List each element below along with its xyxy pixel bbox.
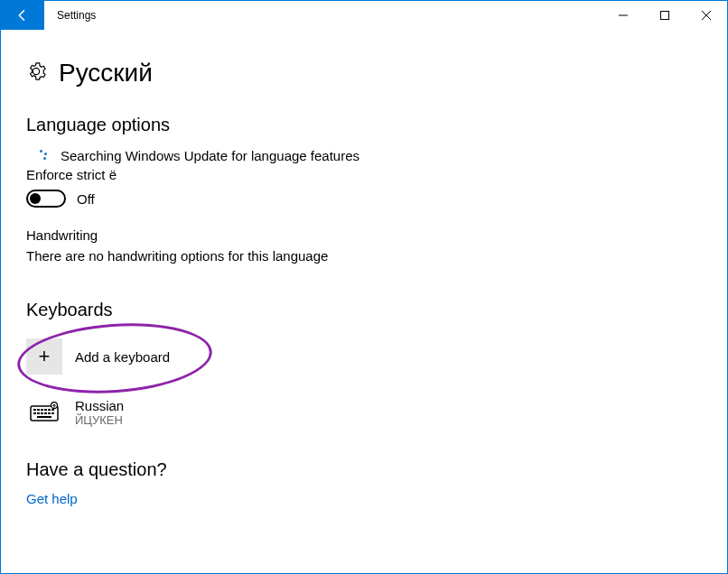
maximize-icon bbox=[660, 11, 669, 20]
titlebar: Settings bbox=[1, 1, 727, 30]
arrow-left-icon bbox=[14, 7, 31, 23]
enforce-strict-label: Enforce strict ё bbox=[26, 167, 702, 182]
keyboard-item[interactable]: Russian ЙЦУКЕН bbox=[26, 398, 702, 427]
app-title: Settings bbox=[44, 1, 108, 30]
add-keyboard-button[interactable]: + Add a keyboard bbox=[26, 338, 702, 375]
svg-rect-13 bbox=[41, 412, 43, 414]
language-options-heading: Language options bbox=[26, 115, 702, 135]
enforce-strict-toggle[interactable] bbox=[26, 190, 66, 208]
close-button[interactable] bbox=[686, 1, 727, 30]
svg-rect-17 bbox=[37, 416, 51, 418]
update-status-text: Searching Windows Update for language fe… bbox=[61, 148, 359, 163]
svg-rect-16 bbox=[51, 412, 54, 414]
gear-icon bbox=[26, 61, 46, 85]
toggle-state-label: Off bbox=[77, 191, 95, 207]
get-help-link[interactable]: Get help bbox=[26, 491, 702, 506]
svg-rect-1 bbox=[661, 12, 669, 20]
keyboard-item-text: Russian ЙЦУКЕН bbox=[75, 398, 124, 427]
handwriting-description: There are no handwriting options for thi… bbox=[26, 248, 702, 264]
maximize-button[interactable] bbox=[644, 1, 686, 30]
add-keyboard-label: Add a keyboard bbox=[75, 349, 170, 365]
svg-rect-11 bbox=[33, 412, 36, 414]
keyboard-layout: ЙЦУКЕН bbox=[75, 413, 124, 427]
help-heading: Have a question? bbox=[26, 459, 702, 480]
help-section: Have a question? Get help bbox=[26, 459, 702, 506]
keyboard-icon bbox=[26, 398, 62, 427]
minimize-button[interactable] bbox=[602, 1, 644, 30]
page-header: Русский bbox=[26, 59, 702, 88]
svg-rect-15 bbox=[48, 412, 51, 414]
update-status-row: Searching Windows Update for language fe… bbox=[35, 148, 702, 163]
content-area: Русский Language options Searching Windo… bbox=[1, 30, 727, 515]
toggle-knob bbox=[30, 193, 41, 204]
back-button[interactable] bbox=[1, 1, 44, 30]
svg-rect-7 bbox=[41, 409, 43, 411]
keyboards-section: Keyboards + Add a keyboard Russian ЙЦУКЕ… bbox=[26, 300, 702, 427]
window-controls bbox=[602, 1, 727, 30]
svg-rect-9 bbox=[48, 409, 51, 411]
close-icon bbox=[702, 11, 711, 20]
minimize-icon bbox=[619, 11, 628, 20]
keyboard-name: Russian bbox=[75, 398, 124, 413]
svg-rect-14 bbox=[44, 412, 47, 414]
enforce-strict-toggle-row: Off bbox=[26, 190, 702, 208]
svg-rect-8 bbox=[44, 409, 47, 411]
svg-rect-10 bbox=[51, 409, 54, 411]
svg-rect-12 bbox=[37, 412, 40, 414]
page-title: Русский bbox=[59, 59, 153, 88]
svg-rect-5 bbox=[33, 409, 36, 411]
keyboards-heading: Keyboards bbox=[26, 300, 702, 320]
spinner-icon bbox=[35, 150, 48, 162]
language-options-section: Language options Searching Windows Updat… bbox=[26, 115, 702, 264]
plus-icon: + bbox=[26, 338, 62, 375]
svg-rect-6 bbox=[37, 409, 40, 411]
handwriting-label: Handwriting bbox=[26, 227, 702, 243]
